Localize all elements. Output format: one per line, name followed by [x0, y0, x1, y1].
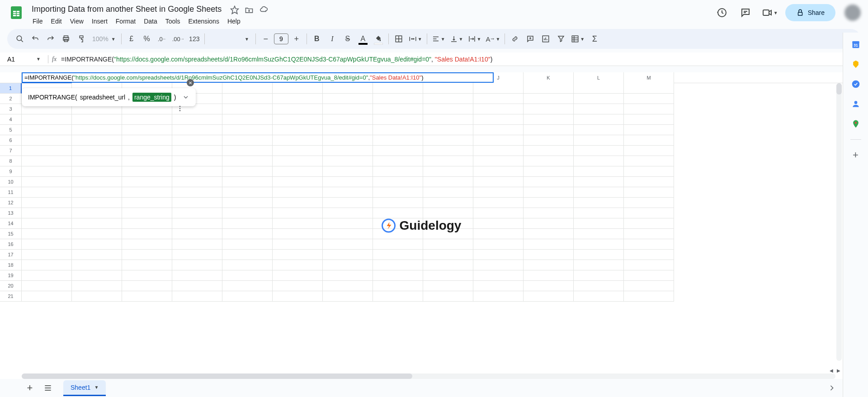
cell-l9[interactable] — [574, 166, 624, 177]
insert-chart-button[interactable] — [538, 32, 553, 46]
cell-j5[interactable] — [473, 125, 524, 135]
sheet-tab-menu-icon[interactable]: ▼ — [94, 385, 99, 390]
cell-k16[interactable] — [524, 239, 574, 250]
cell-i20[interactable] — [423, 281, 473, 291]
cell-d15[interactable] — [172, 229, 222, 239]
cell-i6[interactable] — [423, 135, 473, 146]
cell-i3[interactable] — [423, 104, 473, 114]
cell-a8[interactable] — [22, 156, 72, 166]
cell-l20[interactable] — [574, 281, 624, 291]
cell-j12[interactable] — [473, 198, 524, 208]
column-header-m[interactable]: M — [624, 72, 674, 83]
cell-h6[interactable] — [373, 135, 423, 146]
row-header-1[interactable]: 1 — [0, 83, 22, 94]
cell-b15[interactable] — [72, 229, 122, 239]
cell-e15[interactable] — [222, 229, 273, 239]
strikethrough-button[interactable]: S — [340, 32, 355, 46]
cell-c4[interactable] — [122, 114, 172, 125]
redo-button[interactable] — [43, 32, 58, 46]
decrease-decimal-button[interactable]: .0← — [155, 32, 170, 46]
cell-f3[interactable] — [273, 104, 323, 114]
all-sheets-button[interactable] — [40, 380, 56, 396]
cell-l17[interactable] — [574, 250, 624, 260]
cell-a1-editing[interactable]: =IMPORTRANGE("https://docs.google.com/sp… — [22, 72, 494, 83]
cell-h16[interactable] — [373, 239, 423, 250]
increase-decimal-button[interactable]: .00→ — [170, 32, 186, 46]
cell-l11[interactable] — [574, 187, 624, 198]
cell-e18[interactable] — [222, 260, 273, 270]
cell-j13[interactable] — [473, 208, 524, 218]
cell-f21[interactable] — [273, 291, 323, 302]
text-wrap-button[interactable]: ▼ — [466, 32, 483, 46]
cell-g9[interactable] — [323, 166, 373, 177]
menu-tools[interactable]: Tools — [162, 16, 184, 27]
cell-c9[interactable] — [122, 166, 172, 177]
move-folder-icon[interactable] — [245, 5, 254, 14]
add-sheet-button[interactable]: + — [22, 380, 38, 396]
cell-j1[interactable] — [473, 83, 524, 94]
cell-a21[interactable] — [22, 291, 72, 302]
cell-i18[interactable] — [423, 260, 473, 270]
cell-c13[interactable] — [122, 208, 172, 218]
cell-b17[interactable] — [72, 250, 122, 260]
cell-c12[interactable] — [122, 198, 172, 208]
cell-l21[interactable] — [574, 291, 624, 302]
row-header-10[interactable]: 10 — [0, 177, 22, 187]
cell-j19[interactable] — [473, 270, 524, 281]
row-header-4[interactable]: 4 — [0, 114, 22, 125]
horizontal-align-button[interactable]: ▼ — [430, 32, 447, 46]
print-button[interactable] — [59, 32, 73, 46]
cell-b5[interactable] — [72, 125, 122, 135]
cell-i12[interactable] — [423, 198, 473, 208]
merge-cells-button[interactable]: ▼ — [407, 32, 424, 46]
cell-b9[interactable] — [72, 166, 122, 177]
row-header-2[interactable]: 2 — [0, 94, 22, 104]
cell-l7[interactable] — [574, 146, 624, 156]
cell-a17[interactable] — [22, 250, 72, 260]
cell-e10[interactable] — [222, 177, 273, 187]
cell-e7[interactable] — [222, 146, 273, 156]
cell-l3[interactable] — [574, 104, 624, 114]
cell-m15[interactable] — [624, 229, 674, 239]
cell-j4[interactable] — [473, 114, 524, 125]
menu-extensions[interactable]: Extensions — [184, 16, 222, 27]
cell-j17[interactable] — [473, 250, 524, 260]
cell-b19[interactable] — [72, 270, 122, 281]
cell-j8[interactable] — [473, 156, 524, 166]
cell-b20[interactable] — [72, 281, 122, 291]
cell-k11[interactable] — [524, 187, 574, 198]
menu-data[interactable]: Data — [140, 16, 161, 27]
cell-k14[interactable] — [524, 218, 574, 229]
cell-g21[interactable] — [323, 291, 373, 302]
cell-j11[interactable] — [473, 187, 524, 198]
cell-i8[interactable] — [423, 156, 473, 166]
cell-f16[interactable] — [273, 239, 323, 250]
cell-g3[interactable] — [323, 104, 373, 114]
row-header-9[interactable]: 9 — [0, 166, 22, 177]
cell-b21[interactable] — [72, 291, 122, 302]
cell-l2[interactable] — [574, 94, 624, 104]
cell-i21[interactable] — [423, 291, 473, 302]
scroll-right-icon[interactable]: ▶ — [835, 367, 842, 373]
cell-k20[interactable] — [524, 281, 574, 291]
cell-m10[interactable] — [624, 177, 674, 187]
cell-l13[interactable] — [574, 208, 624, 218]
cell-b12[interactable] — [72, 198, 122, 208]
cell-h17[interactable] — [373, 250, 423, 260]
cell-m8[interactable] — [624, 156, 674, 166]
cell-i5[interactable] — [423, 125, 473, 135]
cell-i15[interactable] — [423, 229, 473, 239]
cell-j10[interactable] — [473, 177, 524, 187]
cell-e11[interactable] — [222, 187, 273, 198]
cell-i1[interactable] — [423, 83, 473, 94]
increase-font-size-button[interactable]: + — [289, 32, 304, 46]
filter-button[interactable] — [554, 32, 568, 46]
menu-edit[interactable]: Edit — [47, 16, 66, 27]
cell-a6[interactable] — [22, 135, 72, 146]
cell-l15[interactable] — [574, 229, 624, 239]
row-header-19[interactable]: 19 — [0, 270, 22, 281]
cell-a14[interactable] — [22, 218, 72, 229]
cell-b10[interactable] — [72, 177, 122, 187]
cell-e6[interactable] — [222, 135, 273, 146]
cell-c8[interactable] — [122, 156, 172, 166]
